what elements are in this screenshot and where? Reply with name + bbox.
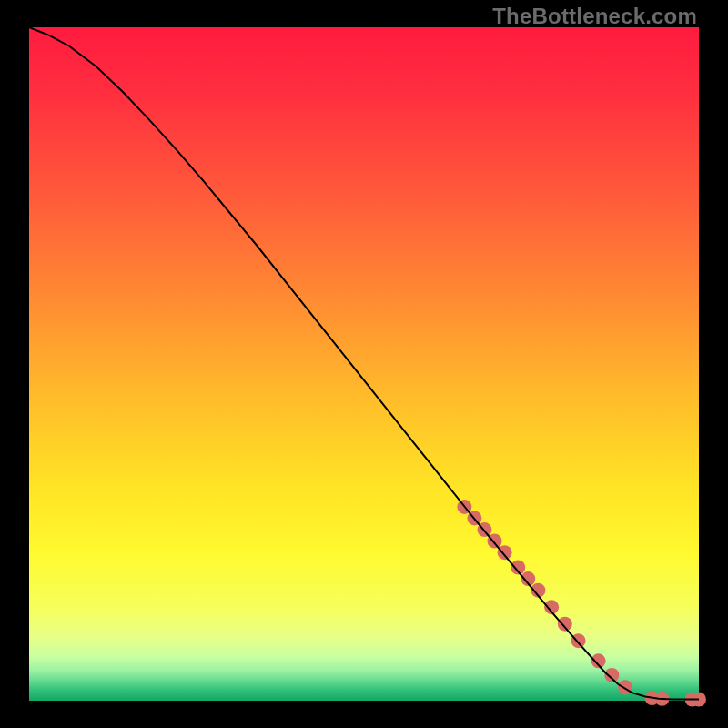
marker-layer [457,500,706,707]
chart-overlay [29,27,699,701]
data-point [558,617,572,632]
watermark-text: TheBottleneck.com [492,4,697,29]
curve-line [29,27,699,700]
plot-area [29,27,699,701]
data-point [604,668,619,682]
data-point [498,545,512,560]
